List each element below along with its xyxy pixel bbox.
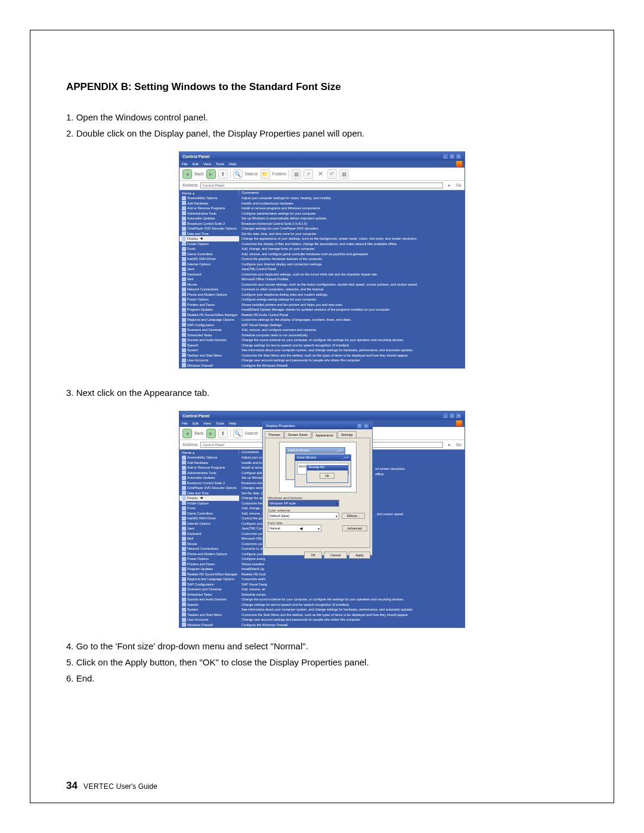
column-name[interactable]: Name ▴ [179, 190, 239, 196]
tab-settings[interactable]: Settings [338, 431, 357, 438]
forward-button[interactable]: ► [206, 429, 216, 438]
tab-screensaver[interactable]: Screen Saver [284, 431, 311, 438]
item-icon [182, 262, 186, 266]
maximize-icon[interactable]: □ [449, 413, 455, 419]
list-item[interactable]: Scheduled TasksSchedule computer tasks t… [179, 333, 465, 338]
maximize-icon[interactable]: □ [449, 153, 455, 159]
list-item[interactable]: Scanners and CamerasAdd, remove, and con… [179, 327, 465, 333]
toolbar-views-icon[interactable]: ▦ [339, 169, 349, 179]
list-item[interactable]: Printers and FaxesShows installed printe… [179, 302, 465, 308]
list-item[interactable]: Phone and Modem OptionsConfigure your te… [179, 292, 465, 298]
list-item[interactable]: Scanners and CamerasAdd, remove, an [179, 587, 465, 592]
list-item[interactable]: Taskbar and Start MenuCustomize the Star… [179, 612, 465, 618]
list-item[interactable]: Add or Remove ProgramsInstall or remove … [179, 206, 465, 211]
list-item[interactable]: SystemSee information about your compute… [179, 607, 465, 612]
list-item[interactable]: SAP ConfigurationSAP Visual Design Setti… [179, 323, 465, 328]
list-item[interactable]: Scheduled TasksSchedule compu [179, 592, 465, 597]
list-item[interactable]: Broadcom Control Suite 2Broadcom Advance… [179, 221, 465, 227]
menu-file[interactable]: File [182, 162, 188, 166]
list-item[interactable]: Game ControllersAdd, remove, and configu… [179, 252, 465, 257]
list-item[interactable]: Program UpdatesInstallShield Update Mana… [179, 307, 465, 312]
menu-edit[interactable]: Edit [193, 162, 199, 166]
toolbar-btn-1[interactable]: ▦ [292, 169, 301, 179]
list-item[interactable]: Sounds and Audio DevicesChange the sound… [179, 337, 465, 343]
go-button[interactable]: ▸ [445, 181, 454, 190]
list-item[interactable]: SpeechChange settings for text-to-speech… [179, 343, 465, 348]
list-item[interactable]: MouseCustomize your mouse settings, such… [179, 282, 465, 287]
help-icon[interactable]: ? [357, 423, 363, 429]
list-item[interactable]: SystemSee information about your compute… [179, 348, 465, 353]
list-item[interactable]: Add HardwareInstalls and troubleshoots h… [179, 201, 465, 206]
column-comments[interactable]: Comments [239, 190, 465, 196]
effects-button[interactable]: Effects... [342, 513, 365, 519]
close-icon[interactable]: × [456, 413, 462, 419]
search-icon[interactable]: 🔍 [233, 169, 243, 179]
list-item[interactable]: User AccountsChange user account setting… [179, 617, 465, 623]
menu-file[interactable]: File [182, 422, 188, 425]
list-item[interactable]: Regional and Language OptionsCustomize s… [179, 577, 465, 582]
list-item[interactable]: Printers and FaxesShows installed [179, 562, 465, 567]
list-item[interactable]: Regional and Language OptionsCustomize s… [179, 317, 465, 323]
list-item[interactable]: MailMicrosoft Office Outlook Profiles [179, 277, 465, 282]
list-item[interactable]: Realtek HD Sound Effect ManagerRealtek H… [179, 312, 465, 318]
list-item[interactable]: Taskbar and Start MenuCustomize the Star… [179, 353, 465, 358]
menu-tools[interactable]: Tools [216, 162, 224, 166]
item-icon [182, 567, 186, 571]
windows-buttons-select[interactable]: Windows XP style▾ [268, 500, 339, 507]
list-item[interactable]: Internet OptionsConfigure your Internet … [179, 262, 465, 267]
menu-view[interactable]: View [203, 422, 211, 425]
list-item[interactable]: SAP ConfigurationSAP Visual Desig [179, 582, 465, 587]
ok-button[interactable]: OK [304, 552, 322, 559]
tab-appearance[interactable]: Appearance [312, 432, 337, 438]
list-item[interactable]: Power OptionsConfigure energy-saving set… [179, 297, 465, 302]
menu-help[interactable]: Help [229, 162, 236, 166]
list-item[interactable]: Administrative ToolsConfigure administra… [179, 211, 465, 216]
minimize-icon[interactable]: _ [442, 153, 448, 159]
list-item[interactable]: User AccountsChange user account setting… [179, 358, 465, 363]
list-item[interactable]: Intel(R) GMA DriverControl the graphics … [179, 256, 465, 262]
toolbar-undo-icon[interactable]: ↶ [327, 169, 337, 179]
menu-help[interactable]: Help [229, 422, 236, 425]
list-item[interactable]: CinePlayer DVD Decoder OptionsChanges se… [179, 226, 465, 231]
cancel-button[interactable]: Cancel [324, 552, 347, 559]
up-button[interactable]: ⬆ [218, 429, 228, 438]
folders-icon[interactable]: 📁 [261, 169, 270, 179]
step-4: 4. Go to the 'Font size' drop-down menu … [66, 640, 578, 652]
list-item[interactable]: Folder OptionsCustomize the display of f… [179, 241, 465, 247]
minimize-icon[interactable]: _ [442, 413, 448, 419]
list-item[interactable]: Sounds and Audio DevicesChange the sound… [179, 597, 465, 602]
menu-tools[interactable]: Tools [216, 422, 224, 425]
list-item[interactable]: Realtek HD Sound Effect ManagerRealtek H… [179, 572, 465, 577]
list-item[interactable]: Display ◄Change the appearance of your d… [179, 236, 465, 241]
toolbar-btn-2[interactable]: ↗ [304, 169, 313, 179]
list-item[interactable]: Automatic UpdatesSet up Windows to autom… [179, 216, 465, 221]
close-icon[interactable]: × [363, 423, 369, 429]
search-icon[interactable]: 🔍 [233, 429, 243, 438]
list-item[interactable]: JavaJava(TM) Control Panel [179, 267, 465, 272]
list-item[interactable]: Accessibility OptionsAdjust your compute… [179, 196, 465, 201]
up-button[interactable]: ⬆ [218, 169, 228, 179]
list-item[interactable]: KeyboardCustomize your keyboard settings… [179, 272, 465, 277]
font-size-select[interactable]: Normal▾ [268, 525, 321, 532]
address-field[interactable]: Control Panel [200, 182, 443, 188]
apply-button[interactable]: Apply [349, 552, 370, 559]
list-item[interactable]: FontsAdd, change, and manage fonts on yo… [179, 246, 465, 252]
menu-view[interactable]: View [203, 162, 211, 166]
list-item[interactable]: Windows FirewallConfigure the Windows Fi… [179, 363, 465, 368]
list-item[interactable]: Network ConnectionsConnects to other com… [179, 287, 465, 292]
list-item[interactable]: Date and TimeSet the date, time, and tim… [179, 231, 465, 237]
back-button[interactable]: ◄ [182, 429, 192, 438]
list-item[interactable]: Windows FirewallConfigure the Windows Fi… [179, 623, 465, 628]
forward-button[interactable]: ► [206, 169, 216, 179]
item-icon [182, 496, 186, 500]
list-item[interactable]: SpeechChange settings for text-to-speech… [179, 602, 465, 608]
advanced-button[interactable]: Advanced [342, 525, 367, 531]
tab-themes[interactable]: Themes [265, 431, 284, 438]
back-button[interactable]: ◄ [182, 169, 192, 179]
toolbar-delete-icon[interactable]: ✕ [315, 169, 325, 179]
close-icon[interactable]: × [456, 153, 462, 159]
menu-edit[interactable]: Edit [193, 422, 199, 425]
color-scheme-select[interactable]: Default (blue)▾ [268, 512, 339, 519]
list-item[interactable]: Program UpdatesInstallShield Up [179, 566, 465, 572]
item-icon [182, 501, 186, 505]
